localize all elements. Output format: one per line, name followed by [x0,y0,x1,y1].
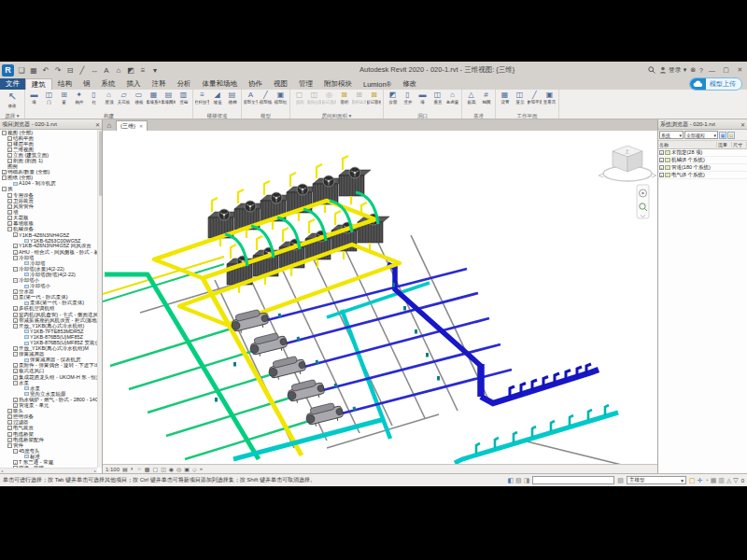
curtain-grid-button[interactable]: ▤幕墙网格 [162,91,176,105]
home-icon[interactable]: ⌂ [103,120,116,131]
ribbon-tab-lumion[interactable]: Lumion® [358,78,397,90]
tree-item[interactable]: +集成花洒龙头组 - UKOM-H 形 - 恒温型 - 108-175-CN [0,374,97,380]
wall-button[interactable]: ▬墙 [27,91,41,105]
ribbon-tab-collaborate[interactable]: 协作 [243,78,268,90]
workset-dropdown[interactable] [532,476,614,484]
by-face-button[interactable]: ◩按面 [386,91,400,105]
ribbon-tab-systems[interactable]: 系统 [96,78,121,90]
save-icon[interactable]: ▦ [29,66,38,75]
detail-level-icon[interactable]: ▤ [122,466,128,472]
analytical-model-icon[interactable]: ◇ [192,466,197,472]
collapse-icon[interactable]: − [7,227,12,231]
viewer-button[interactable]: ▣查看器 [543,91,557,105]
close-icon[interactable]: ✕ [95,121,100,128]
expand-icon[interactable]: + [659,150,664,155]
default-3d-view-icon[interactable]: ⌂ [114,66,123,75]
ribbon-tab-architecture[interactable]: 建筑 [25,78,52,90]
scale-button[interactable]: 1:100 [106,467,120,472]
column-button[interactable]: ▯柱 [87,91,101,105]
ribbon-tab-modify[interactable]: 修改 [397,78,422,90]
press-drag-icon[interactable]: ✛ [698,477,703,484]
drawing-area-3d-view[interactable]: 上 [103,131,657,464]
system-row[interactable]: +机械(8 个系统) [658,157,747,164]
background-processes-icon[interactable]: ◔ [704,477,708,484]
close-icon[interactable]: ✕ [740,121,745,128]
autofit-columns-icon[interactable]: ▦ [719,132,726,139]
cloud-upload-button[interactable]: 模型上传 [689,77,742,91]
system-row[interactable]: +管道(180 个系统) [658,164,747,172]
component-button[interactable]: ✦构件 [72,91,86,105]
exclude-options-icon[interactable]: ▢ [689,477,696,484]
collapse-icon[interactable]: − [13,324,18,329]
system-row[interactable]: +电气(8 个系统) [658,172,747,179]
expand-icon[interactable]: + [13,289,18,294]
show-workplane-button[interactable]: ◫显示 [513,91,527,105]
open-icon[interactable]: ❏ [17,66,26,75]
revit-logo-icon[interactable]: R [2,64,14,77]
expand-icon[interactable]: + [7,426,12,430]
ribbon-tab-annotate[interactable]: 注释 [147,78,172,90]
area-boundary-button[interactable]: ⊞面积边界 [352,91,366,105]
visual-style-icon[interactable]: ◐ [131,466,134,472]
door-button[interactable]: ◫门 [42,91,56,105]
view-dropdown[interactable]: 系统▾ [659,131,684,139]
collapse-icon[interactable]: − [13,295,18,300]
minimize-button[interactable]: — [707,67,717,74]
navigation-bar[interactable] [637,185,649,218]
text-icon[interactable]: A [102,66,111,75]
modify-button[interactable]: ↖修改 [2,91,22,108]
dormer-button[interactable]: ⌂老虎窗 [445,91,459,105]
ribbon-tab-structure[interactable]: 结构 [52,78,78,90]
expand-icon[interactable]: + [13,244,18,248]
expand-icon[interactable]: + [13,403,18,408]
collapse-icon[interactable]: − [13,278,18,283]
ribbon-tab-file[interactable]: 文件 [0,78,25,90]
expand-icon[interactable]: + [13,398,18,402]
expand-icon[interactable]: + [13,369,18,373]
set-workplane-button[interactable]: ▦设置 [498,91,512,105]
model-text-button[interactable]: A模型文字 [244,91,258,105]
project-browser-scrollbar[interactable] [97,130,102,468]
collapse-icon[interactable]: − [7,443,12,448]
column-settings-icon[interactable]: ▤ [727,132,735,139]
expand-icon[interactable]: + [2,170,7,175]
expand-icon[interactable]: + [7,414,12,419]
curtain-system-button[interactable]: ▦幕墙系统 [147,91,161,105]
system-row[interactable]: +未指定(28 项) [658,149,747,157]
filter-icon[interactable]: ▽ [733,477,738,484]
expand-icon[interactable]: + [7,153,12,158]
expand-icon[interactable]: + [7,193,12,198]
signin-button[interactable]: 登录▾ [659,65,687,75]
undo-icon[interactable]: ↶ [41,66,50,75]
expand-icon[interactable]: + [13,306,18,311]
expand-icon[interactable]: + [13,232,18,237]
expand-icon[interactable]: + [13,363,18,368]
railing-button[interactable]: ≡栏杆扶手 [195,91,209,105]
search-icon[interactable] [648,66,655,75]
reveal-hidden-icon[interactable]: ▣ [184,466,190,472]
design-options-icon[interactable]: ◨ [524,477,530,484]
show-crop-icon[interactable]: ◫ [161,466,166,472]
roof-button[interactable]: ⌂屋顶 [102,91,116,105]
ribbon-tab-massing-site[interactable]: 体量和场地 [197,78,244,90]
expand-icon[interactable]: + [7,221,12,226]
expand-icon[interactable]: + [659,165,664,170]
view-cube[interactable]: 上 [599,146,656,181]
tree-item[interactable]: +开放_Y1KB(离心式冷水机组)M [0,346,97,352]
level-button[interactable]: △标高 [464,91,478,105]
design-option-dropdown[interactable]: 主模型▾ [627,476,686,484]
tree-item[interactable]: +泵附件 - 弹簧偶合 - 旋转 - 下进下出 [0,363,97,369]
shaft-button[interactable]: ▯竖井 [401,91,415,105]
restore-button[interactable]: ▢ [721,66,731,74]
expand-icon[interactable]: + [7,204,12,209]
expand-icon[interactable]: + [7,432,12,437]
floor-button[interactable]: ▭楼板 [132,91,146,105]
ramp-button[interactable]: ◢坡道 [210,91,224,105]
crop-view-icon[interactable]: ▢ [152,466,158,472]
expand-icon[interactable]: + [13,250,18,255]
collapse-icon[interactable]: − [13,352,18,357]
window-button[interactable]: ⊞窗 [57,91,71,105]
expand-icon[interactable]: + [13,318,18,323]
wall-opening-button[interactable]: ▬墙 [416,91,430,105]
ref-plane-button[interactable]: ╱参照平面 [528,91,542,105]
